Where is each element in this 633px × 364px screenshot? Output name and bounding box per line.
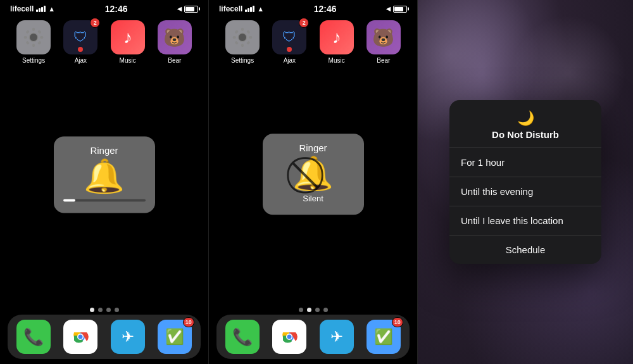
chrome-icon-svg-2 — [279, 326, 300, 348]
phone-screen-2: lifecell ▲ 12:46 ◀ — [209, 0, 418, 364]
app-ajax-1[interactable]: 2 🛡 Ajax — [61, 20, 99, 64]
ajax-dot-2 — [287, 47, 292, 52]
page-dots-1 — [0, 308, 208, 312]
dot-1-4 — [115, 308, 119, 312]
battery-1 — [184, 6, 198, 13]
bar2 — [39, 8, 41, 12]
svg-rect-17 — [249, 36, 252, 39]
bell-icon-1: 🔔 — [84, 160, 125, 192]
status-right-2: ◀ — [386, 6, 407, 13]
svg-point-12 — [78, 335, 83, 339]
tasks-badge-1: 10 — [183, 317, 194, 327]
phone-icon-1: 📞 — [23, 327, 44, 347]
dot-1-3 — [106, 308, 111, 312]
app-settings-2[interactable]: Settings — [223, 20, 261, 64]
ringer-label-2: Ringer — [299, 142, 327, 153]
chrome-icon-svg — [70, 326, 91, 348]
music-label-2: Music — [329, 57, 345, 64]
svg-rect-16 — [233, 36, 236, 39]
phone-screen-1: lifecell ▲ 12:46 ◀ — [0, 0, 209, 364]
dock-phone-1[interactable]: 📞 — [16, 320, 51, 354]
svg-rect-5 — [25, 30, 30, 34]
s2-bar1 — [245, 9, 247, 12]
app-bear-2[interactable]: 🐻 Bear — [365, 20, 403, 64]
dock-tasks-2[interactable]: 10 ✅ — [367, 320, 401, 354]
silent-label: Silent — [303, 194, 323, 203]
dock-telegram-2[interactable]: ✈ — [320, 320, 354, 354]
battery-fill-1 — [185, 7, 194, 11]
status-bar-1: lifecell ▲ 12:46 ◀ — [0, 0, 208, 15]
svg-rect-6 — [37, 30, 42, 34]
app-bear-1[interactable]: 🐻 Bear — [156, 20, 194, 64]
dnd-option-1-hour[interactable]: For 1 hour — [449, 148, 601, 177]
music-note-icon: ♪ — [123, 27, 132, 47]
dnd-option-evening[interactable]: Until this evening — [449, 177, 601, 206]
settings-gear-svg — [22, 26, 45, 49]
svg-rect-14 — [241, 28, 244, 31]
dnd-panel: 🌙 Do Not Disturb For 1 hour Until this e… — [418, 0, 633, 364]
svg-rect-4 — [40, 36, 43, 39]
dock-1: 📞 ✈ 10 ✅ — [8, 315, 201, 359]
slash-overlay: ⃠ — [292, 157, 334, 190]
app-music-2[interactable]: ♪ Music — [318, 20, 356, 64]
dnd-schedule-button[interactable]: Schedule — [449, 235, 601, 264]
ajax-icon-2[interactable]: 2 🛡 — [272, 20, 306, 54]
wifi-icon-1: ▲ — [48, 5, 55, 13]
settings-icon-2[interactable] — [225, 20, 260, 54]
tasks-check-icon-2: ✅ — [374, 328, 393, 346]
time-2: 12:46 — [314, 4, 337, 14]
bear-label-1: Bear — [168, 57, 181, 64]
svg-point-13 — [238, 33, 246, 41]
s2-bar4 — [253, 6, 254, 12]
location-icon-1: ◀ — [177, 6, 182, 12]
battery-2 — [393, 6, 407, 13]
settings-icon-1[interactable] — [16, 20, 51, 54]
ringer-overlay-1: Ringer 🔔 — [54, 136, 155, 213]
app-row-1: Settings 2 🛡 Ajax ♪ Music 🐻 Bear — [0, 15, 208, 66]
dock-2: 📞 ✈ 10 ✅ — [216, 315, 410, 359]
bar4 — [44, 6, 46, 12]
status-left-2: lifecell ▲ — [219, 4, 264, 13]
ringer-label-1: Ringer — [90, 145, 118, 156]
dock-chrome-1[interactable] — [63, 320, 97, 354]
ringer-overlay-2: Ringer 🔔 ⃠ Silent — [263, 134, 364, 215]
ajax-shield-icon: 🛡 — [73, 29, 87, 46]
dock-chrome-2[interactable] — [272, 320, 306, 354]
ajax-badge-1: 2 — [90, 18, 100, 28]
tasks-check-icon: ✅ — [165, 328, 184, 346]
music-icon-1[interactable]: ♪ — [111, 20, 145, 54]
wifi-icon-2: ▲ — [257, 5, 264, 13]
app-ajax-2[interactable]: 2 🛡 Ajax — [270, 20, 308, 64]
ajax-icon-1[interactable]: 2 🛡 — [63, 20, 97, 54]
telegram-icon-2: ✈ — [330, 328, 343, 346]
dock-phone-2[interactable]: 📞 — [225, 320, 260, 354]
dock-tasks-1[interactable]: 10 ✅ — [158, 320, 192, 354]
app-music-1[interactable]: ♪ Music — [109, 20, 147, 64]
carrier-label-2: lifecell — [219, 4, 242, 13]
s2-bar2 — [248, 8, 249, 12]
svg-rect-18 — [234, 30, 239, 34]
svg-rect-15 — [241, 44, 244, 47]
carrier-label-1: lifecell — [10, 4, 34, 13]
ringer-bar-fill-1 — [63, 199, 76, 201]
dot-2-2 — [307, 308, 311, 312]
music-icon-2[interactable]: ♪ — [320, 20, 354, 54]
dnd-menu: 🌙 Do Not Disturb For 1 hour Until this e… — [449, 100, 601, 264]
bear-label-2: Bear — [377, 57, 390, 64]
dnd-title: Do Not Disturb — [492, 129, 559, 140]
settings-gear-svg-2 — [231, 26, 254, 49]
svg-point-25 — [287, 335, 292, 339]
dock-telegram-1[interactable]: ✈ — [111, 320, 145, 354]
telegram-icon-1: ✈ — [122, 328, 134, 346]
settings-label-2: Settings — [231, 57, 254, 64]
app-settings-1[interactable]: Settings — [15, 20, 53, 64]
svg-rect-7 — [25, 41, 30, 45]
svg-rect-19 — [246, 30, 251, 34]
dot-2-1 — [299, 308, 303, 312]
battery-fill-2 — [394, 7, 403, 11]
bear-icon-1[interactable]: 🐻 — [158, 20, 192, 54]
settings-label-1: Settings — [22, 57, 45, 64]
dnd-option-location[interactable]: Until I leave this location — [449, 206, 601, 235]
bear-icon-2[interactable]: 🐻 — [367, 20, 401, 54]
dot-1-1 — [90, 308, 94, 312]
